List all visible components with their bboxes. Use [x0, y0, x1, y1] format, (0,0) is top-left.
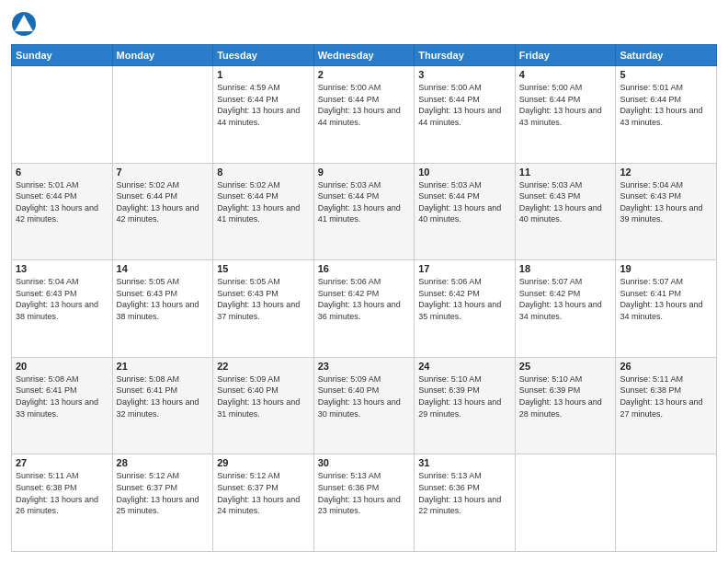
day-number: 17 — [418, 263, 511, 274]
calendar-day-cell: 1Sunrise: 4:59 AM Sunset: 6:44 PM Daylig… — [213, 66, 314, 164]
calendar-day-cell: 25Sunrise: 5:10 AM Sunset: 6:39 PM Dayli… — [515, 357, 616, 454]
day-info: Sunrise: 5:03 AM Sunset: 6:44 PM Dayligh… — [418, 179, 511, 225]
calendar-table: SundayMondayTuesdayWednesdayThursdayFrid… — [11, 44, 717, 552]
day-number: 29 — [217, 457, 310, 468]
day-info: Sunrise: 5:00 AM Sunset: 6:44 PM Dayligh… — [318, 82, 411, 128]
calendar-week-row: 27Sunrise: 5:11 AM Sunset: 6:38 PM Dayli… — [12, 454, 717, 552]
header — [11, 11, 717, 37]
day-info: Sunrise: 5:08 AM Sunset: 6:41 PM Dayligh… — [16, 373, 108, 419]
calendar-day-cell: 14Sunrise: 5:05 AM Sunset: 6:43 PM Dayli… — [112, 260, 213, 358]
day-number: 4 — [519, 69, 612, 80]
calendar-day-cell: 19Sunrise: 5:07 AM Sunset: 6:41 PM Dayli… — [616, 260, 717, 358]
day-info: Sunrise: 5:07 AM Sunset: 6:41 PM Dayligh… — [620, 276, 712, 322]
calendar-week-row: 1Sunrise: 4:59 AM Sunset: 6:44 PM Daylig… — [12, 66, 717, 164]
calendar-day-cell — [112, 66, 213, 164]
day-number: 14 — [117, 263, 210, 274]
day-info: Sunrise: 5:13 AM Sunset: 6:36 PM Dayligh… — [418, 470, 511, 516]
calendar-day-cell: 22Sunrise: 5:09 AM Sunset: 6:40 PM Dayli… — [213, 357, 314, 454]
day-number: 2 — [318, 69, 411, 80]
calendar-day-cell: 30Sunrise: 5:13 AM Sunset: 6:36 PM Dayli… — [313, 454, 415, 552]
day-number: 3 — [418, 69, 511, 80]
day-info: Sunrise: 5:13 AM Sunset: 6:36 PM Dayligh… — [318, 470, 411, 516]
day-info: Sunrise: 5:04 AM Sunset: 6:43 PM Dayligh… — [620, 179, 712, 225]
day-info: Sunrise: 5:12 AM Sunset: 6:37 PM Dayligh… — [117, 470, 210, 516]
day-number: 8 — [217, 167, 310, 178]
calendar-day-cell: 11Sunrise: 5:03 AM Sunset: 6:43 PM Dayli… — [515, 163, 616, 260]
day-info: Sunrise: 5:10 AM Sunset: 6:39 PM Dayligh… — [519, 373, 612, 419]
day-info: Sunrise: 5:04 AM Sunset: 6:43 PM Dayligh… — [16, 276, 108, 322]
weekday-header: Thursday — [415, 45, 516, 66]
weekday-header: Sunday — [12, 45, 113, 66]
calendar-day-cell: 6Sunrise: 5:01 AM Sunset: 6:44 PM Daylig… — [12, 163, 113, 260]
day-number: 15 — [217, 263, 310, 274]
day-number: 10 — [418, 167, 511, 178]
day-info: Sunrise: 5:12 AM Sunset: 6:37 PM Dayligh… — [217, 470, 310, 516]
calendar-day-cell — [616, 454, 717, 552]
day-info: Sunrise: 5:09 AM Sunset: 6:40 PM Dayligh… — [318, 373, 411, 419]
day-info: Sunrise: 5:01 AM Sunset: 6:44 PM Dayligh… — [620, 82, 712, 128]
calendar-day-cell: 15Sunrise: 5:05 AM Sunset: 6:43 PM Dayli… — [213, 260, 314, 358]
day-info: Sunrise: 5:11 AM Sunset: 6:38 PM Dayligh… — [16, 470, 108, 516]
day-info: Sunrise: 4:59 AM Sunset: 6:44 PM Dayligh… — [217, 82, 310, 128]
day-number: 25 — [519, 361, 612, 372]
day-number: 7 — [117, 167, 210, 178]
logo-icon — [11, 11, 37, 37]
calendar-day-cell: 17Sunrise: 5:06 AM Sunset: 6:42 PM Dayli… — [415, 260, 516, 358]
calendar-header-row: SundayMondayTuesdayWednesdayThursdayFrid… — [12, 45, 717, 66]
page: SundayMondayTuesdayWednesdayThursdayFrid… — [0, 0, 728, 563]
calendar-day-cell: 28Sunrise: 5:12 AM Sunset: 6:37 PM Dayli… — [112, 454, 213, 552]
calendar-day-cell: 10Sunrise: 5:03 AM Sunset: 6:44 PM Dayli… — [415, 163, 516, 260]
day-number: 20 — [16, 361, 108, 372]
day-number: 27 — [16, 457, 108, 468]
day-info: Sunrise: 5:02 AM Sunset: 6:44 PM Dayligh… — [217, 179, 310, 225]
day-info: Sunrise: 5:06 AM Sunset: 6:42 PM Dayligh… — [418, 276, 511, 322]
calendar-day-cell: 7Sunrise: 5:02 AM Sunset: 6:44 PM Daylig… — [112, 163, 213, 260]
day-number: 19 — [620, 263, 712, 274]
calendar-day-cell: 24Sunrise: 5:10 AM Sunset: 6:39 PM Dayli… — [415, 357, 516, 454]
calendar-day-cell: 9Sunrise: 5:03 AM Sunset: 6:44 PM Daylig… — [313, 163, 415, 260]
day-info: Sunrise: 5:00 AM Sunset: 6:44 PM Dayligh… — [418, 82, 511, 128]
calendar-day-cell: 3Sunrise: 5:00 AM Sunset: 6:44 PM Daylig… — [415, 66, 516, 164]
calendar-day-cell: 16Sunrise: 5:06 AM Sunset: 6:42 PM Dayli… — [313, 260, 415, 358]
calendar-day-cell: 21Sunrise: 5:08 AM Sunset: 6:41 PM Dayli… — [112, 357, 213, 454]
day-number: 16 — [318, 263, 411, 274]
day-info: Sunrise: 5:09 AM Sunset: 6:40 PM Dayligh… — [217, 373, 310, 419]
calendar-day-cell — [12, 66, 113, 164]
calendar-day-cell: 23Sunrise: 5:09 AM Sunset: 6:40 PM Dayli… — [313, 357, 415, 454]
day-number: 18 — [519, 263, 612, 274]
day-number: 13 — [16, 263, 108, 274]
calendar-week-row: 20Sunrise: 5:08 AM Sunset: 6:41 PM Dayli… — [12, 357, 717, 454]
calendar-day-cell: 8Sunrise: 5:02 AM Sunset: 6:44 PM Daylig… — [213, 163, 314, 260]
day-number: 23 — [318, 361, 411, 372]
day-info: Sunrise: 5:03 AM Sunset: 6:43 PM Dayligh… — [519, 179, 612, 225]
weekday-header: Wednesday — [313, 45, 415, 66]
day-number: 12 — [620, 167, 712, 178]
day-info: Sunrise: 5:06 AM Sunset: 6:42 PM Dayligh… — [318, 276, 411, 322]
calendar-day-cell: 29Sunrise: 5:12 AM Sunset: 6:37 PM Dayli… — [213, 454, 314, 552]
day-info: Sunrise: 5:10 AM Sunset: 6:39 PM Dayligh… — [418, 373, 511, 419]
day-number: 30 — [318, 457, 411, 468]
weekday-header: Monday — [112, 45, 213, 66]
weekday-header: Saturday — [616, 45, 717, 66]
day-info: Sunrise: 5:08 AM Sunset: 6:41 PM Dayligh… — [117, 373, 210, 419]
day-number: 28 — [117, 457, 210, 468]
day-info: Sunrise: 5:01 AM Sunset: 6:44 PM Dayligh… — [16, 179, 108, 225]
calendar-week-row: 6Sunrise: 5:01 AM Sunset: 6:44 PM Daylig… — [12, 163, 717, 260]
calendar-day-cell: 5Sunrise: 5:01 AM Sunset: 6:44 PM Daylig… — [616, 66, 717, 164]
day-info: Sunrise: 5:11 AM Sunset: 6:38 PM Dayligh… — [620, 373, 712, 419]
calendar-day-cell: 20Sunrise: 5:08 AM Sunset: 6:41 PM Dayli… — [12, 357, 113, 454]
day-info: Sunrise: 5:05 AM Sunset: 6:43 PM Dayligh… — [117, 276, 210, 322]
weekday-header: Friday — [515, 45, 616, 66]
day-info: Sunrise: 5:05 AM Sunset: 6:43 PM Dayligh… — [217, 276, 310, 322]
day-number: 24 — [418, 361, 511, 372]
calendar-week-row: 13Sunrise: 5:04 AM Sunset: 6:43 PM Dayli… — [12, 260, 717, 358]
day-number: 31 — [418, 457, 511, 468]
logo — [11, 11, 40, 37]
day-number: 9 — [318, 167, 411, 178]
day-number: 22 — [217, 361, 310, 372]
day-number: 21 — [117, 361, 210, 372]
day-info: Sunrise: 5:00 AM Sunset: 6:44 PM Dayligh… — [519, 82, 612, 128]
calendar-day-cell — [515, 454, 616, 552]
day-number: 26 — [620, 361, 712, 372]
day-number: 5 — [620, 69, 712, 80]
